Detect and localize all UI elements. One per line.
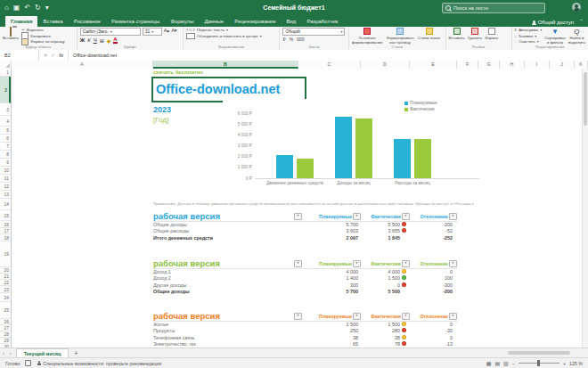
filter-button[interactable]: ▾: [353, 313, 361, 320]
period-cell[interactable]: [Год]: [153, 116, 168, 124]
deviation-cell[interactable]: -30: [409, 328, 453, 334]
column-header-J[interactable]: J: [550, 61, 575, 69]
row-label-cell[interactable]: Электричество, газ: [153, 341, 305, 348]
year-cell[interactable]: 2023: [153, 105, 171, 114]
filter-button[interactable]: ▾: [353, 213, 361, 220]
macro-record-icon[interactable]: [25, 360, 31, 366]
row-header-18[interactable]: 18: [0, 234, 11, 241]
deviation-cell[interactable]: -300: [409, 282, 453, 289]
deviation-cell[interactable]: -13: [409, 341, 453, 348]
row-header-25[interactable]: 25: [0, 302, 11, 319]
actual-cell[interactable]: 0: [358, 282, 400, 289]
format-as-table-button[interactable]: Форматировать как таблицу: [385, 28, 415, 45]
format-painter-button[interactable]: Формат по образцу: [21, 39, 65, 45]
column-header-H[interactable]: H: [500, 61, 525, 69]
vertical-scrollbar[interactable]: [582, 69, 588, 348]
normal-view-icon[interactable]: ▦: [486, 360, 492, 367]
font-name-select[interactable]: Calibri (Заго.▾: [80, 28, 141, 36]
planned-cell[interactable]: 1 400: [305, 275, 358, 282]
sheet-nav-right-icon[interactable]: ›: [7, 350, 14, 356]
conditional-formatting-button[interactable]: Условное форматирование: [352, 28, 382, 45]
ribbon-tab-6[interactable]: Рецензирование: [229, 16, 281, 28]
page-break-view-icon[interactable]: ▥: [503, 360, 509, 367]
filter-button[interactable]: ▾: [402, 213, 410, 220]
row-header-11[interactable]: 11: [0, 175, 11, 183]
insert-cells-button[interactable]: Вставить: [449, 28, 465, 41]
shrink-font-button[interactable]: А▾: [171, 28, 176, 36]
zoom-slider-thumb[interactable]: [537, 360, 540, 366]
currency-icon[interactable]: ₽: [282, 37, 285, 42]
cell-styles-button[interactable]: Стили ячеек: [418, 28, 440, 41]
column-header-G[interactable]: G: [478, 61, 500, 69]
sheet-nav-left-icon[interactable]: ‹: [0, 350, 7, 356]
deviation-cell[interactable]: -52: [409, 228, 453, 234]
row-header-27[interactable]: 27: [0, 325, 11, 331]
profile-avatar[interactable]: [572, 3, 581, 12]
row-header-2[interactable]: 2: [0, 77, 11, 103]
zoom-out-icon[interactable]: −: [512, 361, 515, 366]
row-header-9[interactable]: 9: [0, 159, 11, 167]
filter-button[interactable]: ▾: [402, 260, 410, 267]
add-sheet-button[interactable]: +: [69, 350, 83, 356]
filter-button[interactable]: ▾: [449, 260, 457, 267]
row-header-17[interactable]: 17: [0, 228, 11, 234]
column-header-I[interactable]: I: [525, 61, 550, 69]
ribbon-tab-0[interactable]: Главная: [5, 16, 37, 28]
sort-filter-button[interactable]: ▼ Сортировка и фильтр: [544, 28, 566, 45]
table-title[interactable]: рабочая версия: [153, 258, 220, 268]
actual-cell[interactable]: 1 500: [358, 275, 400, 282]
deviation-cell[interactable]: 0: [409, 322, 453, 328]
filter-button[interactable]: ▾: [294, 213, 302, 220]
align-icons[interactable]: ≡ ≡ ≡: [186, 28, 195, 32]
ribbon-tab-8[interactable]: Разработчик: [301, 16, 343, 28]
planned-cell[interactable]: 300: [305, 282, 358, 289]
row-header-5[interactable]: 5: [0, 127, 11, 135]
grow-font-button[interactable]: А▴: [164, 28, 169, 36]
row-header-15[interactable]: 15: [0, 210, 11, 221]
planned-cell[interactable]: 1 500: [305, 322, 358, 328]
actual-cell[interactable]: 3 655: [358, 228, 400, 234]
actual-cell[interactable]: 1 845: [358, 235, 400, 241]
row-label-cell[interactable]: Общие доходы: [153, 289, 305, 295]
row-header-6[interactable]: 6: [0, 135, 11, 143]
sheet-tab-active[interactable]: Текущий месяц: [16, 348, 69, 358]
row-header-1[interactable]: 1: [0, 69, 11, 77]
row-header-22[interactable]: 22: [0, 280, 11, 286]
column-header-F[interactable]: F: [457, 61, 478, 69]
select-all-corner[interactable]: [0, 61, 12, 69]
column-header-K[interactable]: K: [575, 61, 588, 69]
row-header-8[interactable]: 8: [0, 151, 11, 159]
deviation-cell[interactable]: 100: [409, 275, 453, 282]
budget-bar-chart[interactable]: 0 Р1 000 Р2 000 Р3 000 Р4 000 Р5 000 Р6 …: [223, 99, 490, 193]
row-label-cell[interactable]: Жилье: [153, 322, 305, 328]
actual-cell[interactable]: 1 500: [358, 322, 400, 328]
font-color-icon[interactable]: А: [113, 37, 117, 44]
name-box[interactable]: B2: [0, 50, 39, 61]
paste-button[interactable]: Вставить: [3, 28, 19, 41]
accessibility-status[interactable]: Специальные возможности: проверьте реком…: [37, 361, 161, 366]
ribbon-tab-1[interactable]: Вставка: [37, 16, 68, 28]
deviation-cell[interactable]: 0: [409, 335, 453, 341]
row-header-21[interactable]: 21: [0, 274, 11, 280]
delete-cells-button[interactable]: Удалить: [468, 28, 482, 41]
deviation-cell[interactable]: 0: [409, 269, 453, 275]
find-select-button[interactable]: Q Найти и выделить: [568, 28, 585, 45]
fill-color-icon[interactable]: ◆: [107, 37, 111, 44]
page-layout-view-icon[interactable]: ▤: [494, 360, 500, 367]
actual-cell[interactable]: 78: [358, 341, 400, 348]
actual-cell[interactable]: 5 500: [358, 222, 400, 228]
collapse-ribbon-icon[interactable]: ⌃: [579, 19, 584, 25]
ribbon-tab-7[interactable]: Вид: [282, 16, 302, 28]
row-label-cell[interactable]: Доход 2: [153, 275, 305, 282]
ribbon-tab-4[interactable]: Формулы: [165, 16, 199, 28]
number-format-select[interactable]: Общий▾: [282, 28, 345, 36]
actual-cell[interactable]: 38: [358, 335, 400, 341]
row-label-cell[interactable]: Общие доходы: [153, 222, 305, 228]
planned-cell[interactable]: 2 097: [305, 235, 358, 241]
planned-cell[interactable]: 38: [305, 335, 358, 341]
ribbon-tab-3[interactable]: Разметка страницы: [106, 16, 165, 28]
fill-button[interactable]: ↓Заливка▾: [515, 34, 543, 39]
deviation-cell[interactable]: -200: [409, 222, 453, 228]
row-header-7[interactable]: 7: [0, 143, 11, 151]
bold-button[interactable]: Ж: [80, 37, 85, 43]
